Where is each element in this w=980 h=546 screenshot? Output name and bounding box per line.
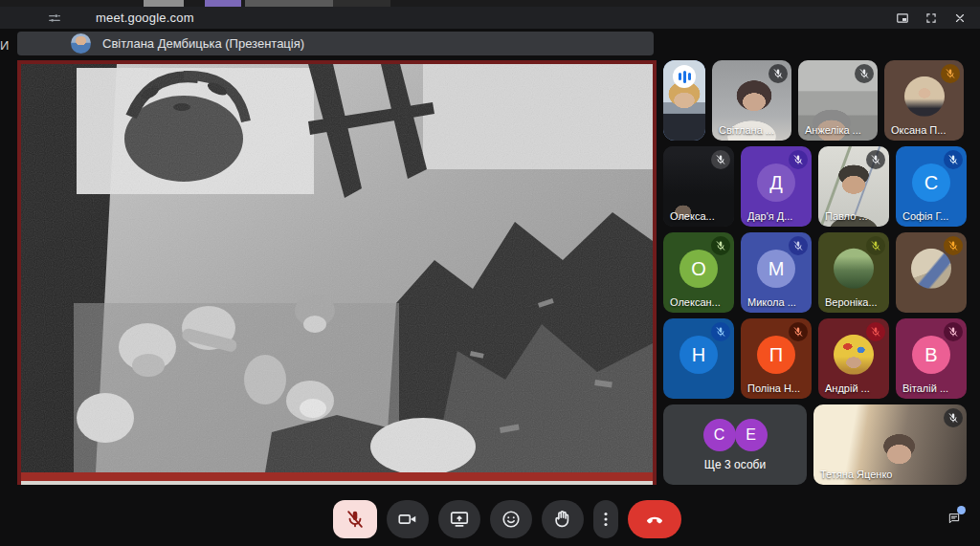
presentation-photo <box>21 64 653 472</box>
participant-tile[interactable]: М Микола ... <box>741 232 812 313</box>
mic-off-icon <box>711 236 730 255</box>
mic-off-icon <box>866 322 885 341</box>
participant-avatar: П <box>757 336 795 374</box>
presentation-slide <box>21 64 653 472</box>
desktop-bleed-strip <box>0 0 980 7</box>
present-screen-button[interactable] <box>438 500 480 538</box>
participant-name: Микола ... <box>747 296 796 308</box>
titlebar: meet.google.com <box>0 7 980 29</box>
participant-avatar: Д <box>757 164 795 202</box>
participant-tile[interactable]: Світлана ... <box>712 60 791 141</box>
participant-tile[interactable]: Н <box>663 318 734 399</box>
participant-avatar: Н <box>679 336 718 374</box>
url-text[interactable]: meet.google.com <box>96 11 194 25</box>
avatar-letter: П <box>769 344 783 366</box>
reactions-button[interactable] <box>490 500 532 538</box>
participant-avatar <box>904 76 945 117</box>
participant-tile[interactable]: О Олексан... <box>663 232 734 313</box>
mic-off-icon <box>855 64 874 83</box>
participant-name: Вероніка... <box>825 296 878 308</box>
end-call-button[interactable] <box>628 500 681 538</box>
participant-name: Софія Г... <box>902 210 948 222</box>
mic-off-icon <box>944 236 963 255</box>
presenter-avatar <box>71 33 91 54</box>
avatar-letter: С <box>924 172 938 194</box>
participants-row: С Е Ще 3 особи Тетяна Яценко <box>663 404 974 485</box>
participant-tile[interactable]: Оксана П... <box>884 60 964 141</box>
close-icon[interactable] <box>953 11 967 25</box>
pip-icon[interactable] <box>896 11 909 25</box>
participant-tile[interactable] <box>663 60 705 141</box>
page-fragment <box>245 0 333 7</box>
overflow-avatars: С Е <box>703 419 768 451</box>
participant-name: Оксана П... <box>891 124 946 136</box>
mic-mute-button[interactable] <box>333 500 377 538</box>
mic-off-icon <box>944 322 963 341</box>
fullscreen-icon[interactable] <box>924 11 938 25</box>
more-options-button[interactable] <box>593 500 618 538</box>
chat-notification-dot <box>957 506 966 514</box>
participant-tile[interactable]: Анжеліка ... <box>798 60 878 141</box>
mic-off-icon <box>944 408 963 427</box>
participants-row: Олекса... Д Дар'я Д... <box>663 146 974 227</box>
call-toolbar <box>333 500 681 538</box>
participant-name: Дар'я Д... <box>747 210 792 222</box>
page-fragment <box>144 0 184 7</box>
participant-name: Андрій ... <box>825 382 870 394</box>
participant-tile[interactable]: Олекса... <box>663 146 734 227</box>
presenter-banner: Світлана Дембицька (Презентація) <box>17 32 654 55</box>
participant-avatar: С <box>912 164 950 202</box>
participant-tile[interactable]: С Е Ще 3 особи <box>663 404 807 485</box>
page-fragment <box>333 0 390 7</box>
participant-tile[interactable]: В Віталій ... <box>896 318 967 399</box>
participant-tile[interactable]: Вероніка... <box>818 232 889 313</box>
avatar-letter: О <box>691 258 706 280</box>
participant-name: Поліна Н... <box>747 382 800 394</box>
participant-name: Анжеліка ... <box>805 124 861 136</box>
camera-button[interactable] <box>387 500 429 538</box>
mic-off-icon <box>711 322 730 341</box>
avatar-letter: Н <box>692 344 705 366</box>
participants-row: Світлана ... Анжеліка ... <box>663 60 974 141</box>
participant-tile[interactable]: Д Дар'я Д... <box>741 146 812 227</box>
chat-button[interactable] <box>942 506 967 531</box>
meet-window: И meet.google.com <box>0 0 980 546</box>
participant-avatar: О <box>679 250 718 288</box>
participant-avatar <box>911 249 951 289</box>
participant-name: Світлана ... <box>719 124 774 136</box>
desktop-edge-text: И <box>0 38 9 53</box>
participant-name: Ще 3 особи <box>704 458 766 471</box>
participants-row: Н П Поліна Н... <box>663 318 974 399</box>
avatar-letter: М <box>768 258 785 280</box>
participant-avatar: В <box>912 336 950 374</box>
participant-tile[interactable]: Тетяна Яценко <box>813 404 967 485</box>
mic-off-icon <box>941 64 960 83</box>
participant-tile[interactable]: Павло ... <box>818 146 889 227</box>
mic-off-icon <box>866 236 885 255</box>
participants-panel: Світлана ... Анжеліка ... <box>663 60 974 491</box>
raise-hand-button[interactable] <box>542 500 584 538</box>
speaking-indicator-icon <box>673 65 696 88</box>
participant-tile[interactable]: С Софія Г... <box>896 146 967 227</box>
participant-name: Тетяна Яценко <box>820 469 892 480</box>
participants-row: О Олексан... М Микол <box>663 232 974 313</box>
mic-off-icon <box>768 64 788 83</box>
participant-name: Олексан... <box>670 296 721 308</box>
participant-avatar: М <box>757 250 795 288</box>
participant-tile[interactable]: П Поліна Н... <box>741 318 812 399</box>
window-controls <box>896 7 967 29</box>
tune-icon <box>48 11 61 25</box>
participant-avatar <box>834 249 874 289</box>
mic-off-icon <box>789 150 808 169</box>
participant-tile[interactable]: Андрій ... <box>818 318 889 399</box>
presentation-stage[interactable] <box>17 60 657 485</box>
participant-tile[interactable] <box>896 232 967 313</box>
participant-name: Павло ... <box>825 210 868 222</box>
mic-off-icon <box>711 150 730 169</box>
presenter-label: Світлана Дембицька (Презентація) <box>102 36 304 51</box>
mic-off-icon <box>789 236 808 255</box>
participant-avatar <box>834 335 874 375</box>
avatar-letter: В <box>924 344 937 366</box>
overflow-avatar: С <box>703 419 736 451</box>
slide-white-bar <box>21 481 653 485</box>
